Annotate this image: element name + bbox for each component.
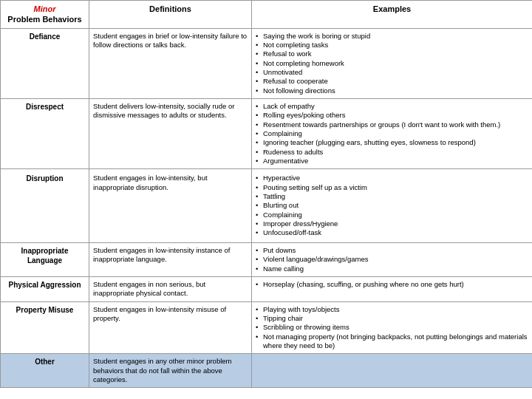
list-item: Not managing property (not bringing back… [256,332,528,351]
list-item: Refusal to cooperate [256,77,528,86]
list-item: Name calling [256,265,528,273]
definition-cell: Student delivers low-intensity, socially… [89,99,252,169]
list-item: Lack of empathy [256,102,528,111]
table-row: DefianceStudent engages in brief or low-… [1,28,533,98]
examples-cell [252,354,533,388]
header-examples: Examples [252,1,533,29]
definition-cell: Student engages in any other minor probl… [89,354,252,388]
list-item: Violent language/drawings/games [256,255,528,264]
definition-cell: Student engages in non serious, but inap… [89,276,252,301]
list-item: Blurting out [256,201,528,210]
definition-cell: Student engages in low-intensity misuse … [89,301,252,354]
table-row: Inappropriate LanguageStudent engages in… [1,242,533,276]
list-item: Complaining [256,129,528,138]
list-item: Improper dress/Hygiene [256,219,528,228]
list-item: Ignoring teacher (plugging ears, shuttin… [256,138,528,147]
behavior-table: Minor Problem Behaviors Definitions Exam… [0,0,532,388]
examples-cell: Lack of empathyRolling eyes/poking other… [252,99,533,169]
list-item: Pouting setting self up as a victim [256,183,528,192]
behavior-cell: Inappropriate Language [1,242,89,276]
header-behavior: Minor Problem Behaviors [1,1,89,29]
list-item: Refusal to work [256,50,528,58]
table-row: Property MisuseStudent engages in low-in… [1,301,533,354]
header-definitions: Definitions [89,1,252,29]
table-row: DisruptionStudent engages in low-intensi… [1,169,533,242]
list-item: Complaining [256,211,528,219]
table-row: Physical AggressionStudent engages in no… [1,276,533,301]
list-item: Not completing homework [256,59,528,68]
list-item: Tattling [256,192,528,201]
behavior-cell: Disrespect [1,99,89,169]
list-item: Hyperactive [256,174,528,183]
behavior-cell: Disruption [1,169,89,242]
list-item: Put downs [256,246,528,255]
examples-cell: HyperactivePouting setting self up as a … [252,169,533,242]
definition-cell: Student engages in brief or low-intensit… [89,28,252,98]
list-item: Resentment towards partnerships or group… [256,120,528,129]
list-item: Saying the work is boring or stupid [256,32,528,41]
list-item: Playing with toys/objects [256,305,528,314]
behavior-cell: Property Misuse [1,301,89,354]
examples-cell: Horseplay (chasing, scuffing, or pushing… [252,276,533,301]
list-item: Rudeness to adults [256,148,528,157]
list-item: Horseplay (chasing, scuffing, or pushing… [256,280,528,289]
table-row: OtherStudent engages in any other minor … [1,354,533,388]
list-item: Unmotivated [256,68,528,77]
definition-cell: Student engages in low-intensity, but in… [89,169,252,242]
behavior-cell: Physical Aggression [1,276,89,301]
examples-cell: Playing with toys/objectsTipping chairSc… [252,301,533,354]
list-item: Unfocused/off-task [256,228,528,237]
list-item: Tipping chair [256,314,528,323]
list-item: Not completing tasks [256,41,528,50]
behavior-cell: Defiance [1,28,89,98]
definition-cell: Student engages in low-intensity instanc… [89,242,252,276]
list-item: Rolling eyes/poking others [256,111,528,120]
examples-cell: Saying the work is boring or stupidNot c… [252,28,533,98]
header-minor-text: Minor [34,4,56,13]
behavior-cell: Other [1,354,89,388]
examples-cell: Put downsViolent language/drawings/games… [252,242,533,276]
header-problem-text: Problem Behaviors [7,15,81,24]
list-item: Argumentative [256,157,528,166]
list-item: Scribbling or throwing items [256,323,528,332]
list-item: Not following directions [256,86,528,95]
table-row: DisrespectStudent delivers low-intensity… [1,99,533,169]
